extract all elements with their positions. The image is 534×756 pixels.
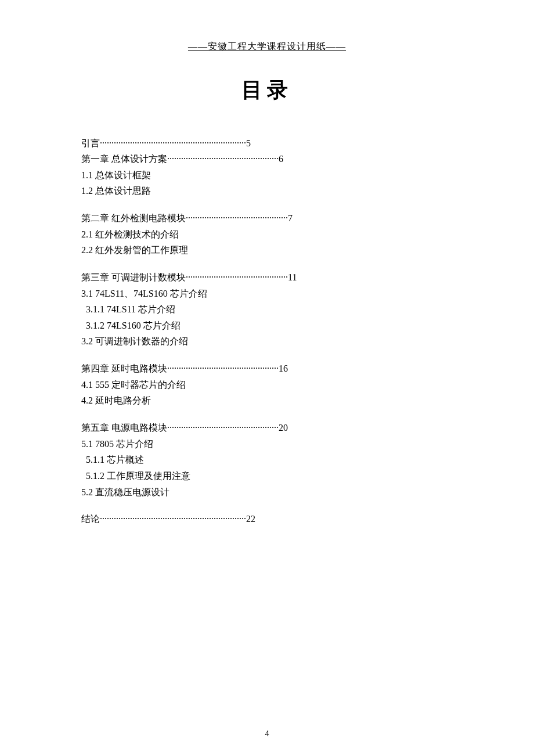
toc-entry: 第二章 红外检测电路模块····························… [81,211,453,226]
toc-sub-sub-item: 5.1.2 工作原理及使用注意 [81,469,453,484]
toc-sub-item: 3.1 74LS11、74LS160 芯片介绍 [81,286,453,301]
toc-gap [81,259,453,271]
toc-entry: 第一章 总体设计方案······························… [81,152,453,167]
toc-sub-item: 4.1 555 定时器芯片的介绍 [81,377,453,393]
toc-gap [81,200,453,211]
toc-gap [81,501,453,512]
toc-entry-line: 第二章 红外检测电路模块····························… [81,211,453,226]
document-header: ——安徽工程大学课程设计用纸—— [81,41,453,53]
toc-entry: 结论······································… [81,512,453,527]
toc-entry-line: 引言······································… [81,136,453,151]
toc-sub-item: 5.2 直流稳压电源设计 [81,485,453,500]
toc-entry-line: 第三章 可调进制计数模块····························… [81,271,453,285]
page-number: 4 [0,729,534,739]
toc-sub-sub-item: 3.1.2 74LS160 芯片介绍 [81,318,453,333]
page-title: 目录 [81,76,453,105]
table-of-contents: 引言······································… [81,136,453,527]
toc-entry-line: 第四章 延时电路模块······························… [81,362,453,376]
toc-gap [81,409,453,421]
toc-sub-item: 3.2 可调进制计数器的介绍 [81,334,453,349]
toc-sub-item: 2.1 红外检测技术的介绍 [81,227,453,242]
toc-sub-item: 4.2 延时电路分析 [81,393,453,408]
toc-entry: 第五章 电源电路模块······························… [81,421,453,435]
toc-entry-line: 第五章 电源电路模块······························… [81,421,453,435]
toc-sub-item: 5.1 7805 芯片介绍 [81,437,453,452]
toc-gap [81,350,453,362]
toc-entry: 引言······································… [81,136,453,151]
toc-sub-item: 2.2 红外发射管的工作原理 [81,243,453,258]
toc-entry-line: 第一章 总体设计方案······························… [81,152,453,167]
toc-sub-item: 1.1 总体设计框架 [81,168,453,183]
toc-sub-sub-item: 5.1.1 芯片概述 [81,452,453,467]
toc-entry: 第四章 延时电路模块······························… [81,362,453,376]
toc-sub-item: 1.2 总体设计思路 [81,183,453,199]
toc-entry: 第三章 可调进制计数模块····························… [81,271,453,285]
toc-sub-sub-item: 3.1.1 74LS11 芯片介绍 [81,302,453,317]
toc-entry-line: 结论······································… [81,512,453,527]
